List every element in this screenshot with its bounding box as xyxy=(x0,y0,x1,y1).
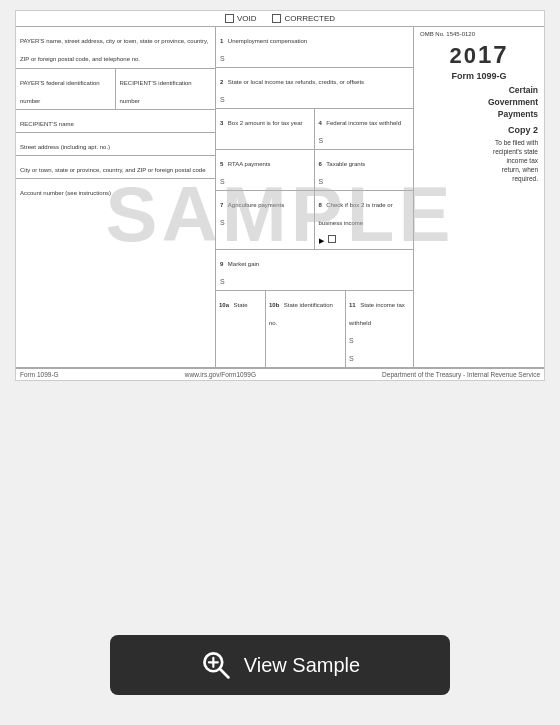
copy-label: Copy 2 xyxy=(420,125,538,135)
form-footer: Form 1099-G www.irs.gov/Form1099G Depart… xyxy=(16,368,544,380)
box11: 11 State income tax withheld S S xyxy=(346,291,413,367)
box1-dollar: S xyxy=(220,55,225,62)
box4-dollar: S xyxy=(319,137,324,144)
box7-8-row: 7 Agriculture payments S 8 Check if box … xyxy=(216,191,413,250)
box5-dollar: S xyxy=(220,178,225,185)
box10a-label: State xyxy=(233,302,247,308)
recipient-name-label: RECIPIENT'S name xyxy=(20,121,74,127)
corrected-label: CORRECTED xyxy=(284,14,335,23)
box1-row: 1 Unemployment compensation S xyxy=(216,27,413,68)
certain-govt-title: CertainGovernmentPayments xyxy=(420,85,538,121)
box11-dollar2: S xyxy=(349,355,354,362)
year-suffix: 17 xyxy=(478,41,509,68)
box6-dollar: S xyxy=(319,178,324,185)
box1-num: 1 xyxy=(220,38,223,44)
form-container: VOID CORRECTED PAYER'S name, street addr… xyxy=(15,10,545,381)
year-prefix: 20 xyxy=(449,43,477,68)
recipient-name-box: RECIPIENT'S name xyxy=(16,110,215,133)
city-label: City or town, state or province, country… xyxy=(20,167,206,173)
box5-6-row: 5 RTAA payments S 6 Taxable grants S xyxy=(216,150,413,191)
account-box: Account number (see instructions) xyxy=(16,179,215,201)
box4: 4 Federal income tax withheld S xyxy=(315,109,414,149)
box8-label: Check if box 2 is trade or business inco… xyxy=(319,202,393,226)
void-checkbox-label: VOID xyxy=(225,14,257,23)
corrected-checkbox xyxy=(272,14,281,23)
box11-label: State income tax withheld xyxy=(349,302,405,326)
box11-num: 11 xyxy=(349,302,356,308)
box10b-label: State identification no. xyxy=(269,302,333,326)
left-column: PAYER'S name, street address, city or to… xyxy=(16,27,216,367)
box5-label: RTAA payments xyxy=(228,161,271,167)
box10b-num: 10b xyxy=(269,302,279,308)
box11-dollar1: S xyxy=(349,337,354,344)
payer-name-box: PAYER'S name, street address, city or to… xyxy=(16,27,215,69)
box1-label: Unemployment compensation xyxy=(228,38,307,44)
view-sample-button[interactable]: View Sample xyxy=(110,635,450,695)
box9-num: 9 xyxy=(220,261,223,267)
box2-label: State or local income tax refunds, credi… xyxy=(228,79,364,85)
void-label: VOID xyxy=(237,14,257,23)
box2-row: 2 State or local income tax refunds, cre… xyxy=(216,68,413,109)
city-box: City or town, state or province, country… xyxy=(16,156,215,179)
payer-id-box: PAYER'S federal identification number xyxy=(16,69,116,109)
page-wrapper: VOID CORRECTED PAYER'S name, street addr… xyxy=(0,0,560,725)
footer-left: Form 1099-G xyxy=(20,371,59,378)
box2-dollar: S xyxy=(220,96,225,103)
year-display: 2017 xyxy=(420,41,538,69)
box5: 5 RTAA payments S xyxy=(216,150,315,190)
box3-4-row: 3 Box 2 amount is for tax year 4 Federal… xyxy=(216,109,413,150)
box9-label: Market gain xyxy=(228,261,259,267)
footer-right: Department of the Treasury - Internal Re… xyxy=(382,371,540,378)
box6: 6 Taxable grants S xyxy=(315,150,414,190)
omb-number: OMB No. 1545-0120 xyxy=(420,31,538,37)
middle-column: 1 Unemployment compensation S 2 State or… xyxy=(216,27,414,367)
payer-id-row: PAYER'S federal identification number RE… xyxy=(16,69,215,110)
box10-11-row: 10a State 10b State identification no. 1… xyxy=(216,291,413,367)
recipient-id-label: RECIPIENT'S identification number xyxy=(120,80,192,104)
box4-num: 4 xyxy=(319,120,322,126)
payer-id-label: PAYER'S federal identification number xyxy=(20,80,100,104)
box4-label: Federal income tax withheld xyxy=(326,120,401,126)
magnify-icon xyxy=(200,649,232,681)
account-label: Account number (see instructions) xyxy=(20,190,111,196)
box3-num: 3 xyxy=(220,120,223,126)
box7-label: Agriculture payments xyxy=(228,202,284,208)
box10b: 10b State identification no. xyxy=(266,291,346,367)
form-id: Form 1099-G xyxy=(420,71,538,81)
view-sample-label: View Sample xyxy=(244,654,360,677)
box8-check-box xyxy=(328,235,336,243)
box5-num: 5 xyxy=(220,161,223,167)
box8: 8 Check if box 2 is trade or business in… xyxy=(315,191,414,249)
footer-mid: www.irs.gov/Form1099G xyxy=(185,371,256,378)
box2-num: 2 xyxy=(220,79,223,85)
box3-label: Box 2 amount is for tax year xyxy=(228,120,303,126)
form-main: PAYER'S name, street address, city or to… xyxy=(16,27,544,368)
box10a: 10a State xyxy=(216,291,266,367)
box10a-num: 10a xyxy=(219,302,229,308)
box3: 3 Box 2 amount is for tax year xyxy=(216,109,315,149)
box7: 7 Agriculture payments S xyxy=(216,191,315,249)
box8-checkbox: ▶ xyxy=(319,237,324,244)
right-column: OMB No. 1545-0120 2017 Form 1099-G Certa… xyxy=(414,27,544,367)
box7-dollar: S xyxy=(220,219,225,226)
box7-num: 7 xyxy=(220,202,223,208)
recipient-id-box: RECIPIENT'S identification number xyxy=(116,69,216,109)
box6-label: Taxable grants xyxy=(326,161,365,167)
box9-row: 9 Market gain S xyxy=(216,250,413,291)
void-checkbox xyxy=(225,14,234,23)
payer-name-label: PAYER'S name, street address, city or to… xyxy=(20,38,208,62)
form-top-bar: VOID CORRECTED xyxy=(16,11,544,27)
street-label: Street address (including apt. no.) xyxy=(20,144,110,150)
copy-instructions: To be filed withrecipient's stateincome … xyxy=(420,138,538,183)
street-box: Street address (including apt. no.) xyxy=(16,133,215,156)
corrected-checkbox-label: CORRECTED xyxy=(272,14,335,23)
svg-line-1 xyxy=(220,669,228,677)
box9-dollar: S xyxy=(220,278,225,285)
box6-num: 6 xyxy=(319,161,322,167)
box8-num: 8 xyxy=(319,202,322,208)
